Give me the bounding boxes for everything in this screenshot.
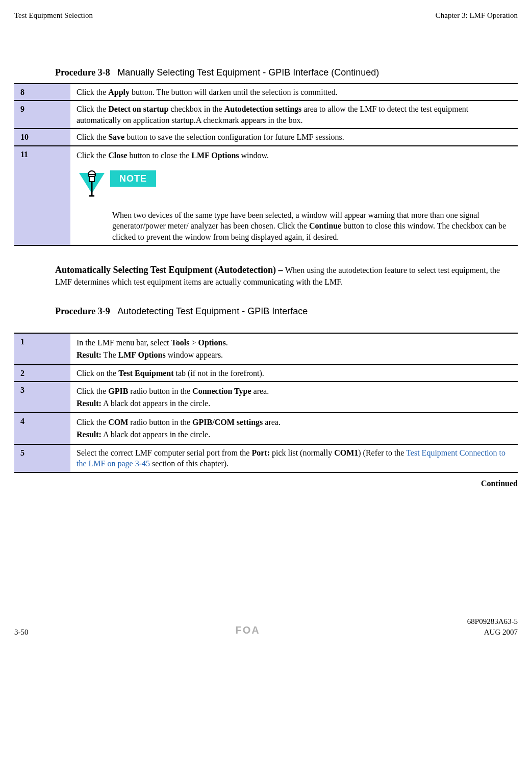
table-row: 8 Click the Apply button. The button wil… bbox=[14, 84, 518, 101]
table-row: 2 Click on the Test Equipment tab (if no… bbox=[14, 365, 518, 382]
step-body: In the LMF menu bar, select Tools > Opti… bbox=[70, 333, 518, 364]
proc-number: Procedure 3-8 bbox=[55, 67, 110, 78]
doc-date: AUG 2007 bbox=[467, 627, 518, 637]
step-number: 5 bbox=[14, 444, 70, 472]
step-number: 4 bbox=[14, 413, 70, 444]
procedure-3-9-table: 1 In the LMF menu bar, select Tools > Op… bbox=[14, 333, 518, 472]
continued-label: Continued bbox=[55, 478, 518, 489]
procedure-3-8-table: 8 Click the Apply button. The button wil… bbox=[14, 83, 518, 246]
proc-number: Procedure 3-9 bbox=[55, 306, 110, 316]
step-body: Click the GPIB radio button in the Conne… bbox=[70, 382, 518, 413]
procedure-3-9-title: Procedure 3-9 Autodetecting Test Equipme… bbox=[55, 305, 518, 317]
step-body: Click on the Test Equipment tab (if not … bbox=[70, 365, 518, 382]
running-header: Test Equipment Selection Chapter 3: LMF … bbox=[14, 10, 518, 20]
table-row: 3 Click the GPIB radio button in the Con… bbox=[14, 382, 518, 413]
table-row: 11 Click the Close button to close the L… bbox=[14, 146, 518, 245]
foa-watermark: FOA bbox=[29, 623, 467, 637]
table-row: 4 Click the COM radio button in the GPIB… bbox=[14, 413, 518, 444]
step-number: 9 bbox=[14, 100, 70, 129]
step-number: 10 bbox=[14, 129, 70, 146]
note-block: NOTE bbox=[77, 170, 513, 204]
note-text: When two devices of the same type have b… bbox=[112, 210, 513, 243]
table-row: 5 Select the correct LMF computer serial… bbox=[14, 444, 518, 472]
running-footer: 3-50 FOA 68P09283A63-5 AUG 2007 bbox=[14, 616, 518, 637]
table-row: 10 Click the Save button to save the sel… bbox=[14, 129, 518, 146]
proc-desc: Manually Selecting Test Equipment - GPIB… bbox=[117, 67, 379, 78]
header-left: Test Equipment Selection bbox=[14, 10, 93, 20]
proc-desc: Autodetecting Test Equipment - GPIB Inte… bbox=[117, 306, 308, 316]
step-number: 8 bbox=[14, 84, 70, 101]
header-right: Chapter 3: LMF Operation bbox=[436, 10, 518, 20]
table-row: 1 In the LMF menu bar, select Tools > Op… bbox=[14, 333, 518, 364]
step-number: 1 bbox=[14, 333, 70, 364]
page-number: 3-50 bbox=[14, 627, 29, 637]
autodetection-heading: Automatically Selecting Test Equipment (… bbox=[55, 264, 518, 287]
table-row: 9 Click the Detect on startup checkbox i… bbox=[14, 100, 518, 129]
step-number: 2 bbox=[14, 365, 70, 382]
procedure-3-8-title: Procedure 3-8 Manually Selecting Test Eq… bbox=[55, 66, 518, 79]
step-body: Select the correct LMF computer serial p… bbox=[70, 444, 518, 472]
step-body: Click the Apply button. The button will … bbox=[70, 84, 518, 101]
step-body: Click the COM radio button in the GPIB/C… bbox=[70, 413, 518, 444]
step-body: Click the Detect on startup checkbox in … bbox=[70, 100, 518, 129]
note-label: NOTE bbox=[110, 170, 156, 187]
step-body: Click the Close button to close the LMF … bbox=[70, 146, 518, 245]
clamp-icon bbox=[77, 170, 107, 204]
step-number: 3 bbox=[14, 382, 70, 413]
svg-rect-2 bbox=[89, 177, 94, 182]
doc-number: 68P09283A63-5 bbox=[467, 616, 518, 626]
step-number: 11 bbox=[14, 146, 70, 245]
step-body: Click the Save button to save the select… bbox=[70, 129, 518, 146]
